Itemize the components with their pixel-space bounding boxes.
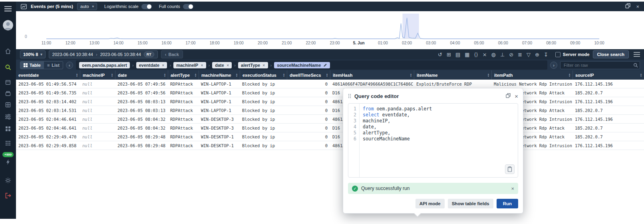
history-icon[interactable]: ↺ [438,52,442,57]
unlink-icon[interactable]: ⊘ [509,52,513,57]
download-icon[interactable]: ↧ [544,52,548,57]
column-header-alertType[interactable]: alertType▴▾ [168,70,199,80]
table-row[interactable]: 2023-06-05 01:49:56.735null2023-06-05 07… [16,88,644,97]
filter-chip-date[interactable]: date× [212,62,232,68]
search-icon[interactable] [0,62,16,72]
filter-chip-alertType[interactable]: alertType× [238,62,268,68]
table-row[interactable]: 2023-06-05 02:29:49.470null2023-06-05 08… [16,132,644,141]
copy-query-button[interactable] [505,164,515,174]
close-icon[interactable]: × [636,4,639,10]
column-header-date[interactable]: date▴▾ [115,70,168,80]
archive-icon[interactable] [0,89,16,98]
sort-icons[interactable]: ▴▾ [164,73,165,77]
sort-icons[interactable]: ▴▾ [76,73,78,77]
settings-gear-icon[interactable] [0,176,16,185]
close-search-button[interactable]: Close search [593,50,629,58]
column-header-eventdate[interactable]: eventdate▴▾ [16,70,80,80]
filter-chip-machineIP[interactable]: machineIP× [173,62,206,68]
x-tick: 18:00 [210,41,220,45]
column-header-itemHash[interactable]: itemHash▴▾ [330,70,414,80]
avatar[interactable] [3,20,13,30]
column-header-dwellTimeSecs[interactable]: dwellTimeSecs▴▾ [287,70,330,80]
scroll-left-button[interactable]: ‹ [66,62,73,69]
sort-icons[interactable]: ▴▾ [195,73,196,77]
menu-icon[interactable] [0,4,16,14]
search-icon[interactable] [633,63,638,68]
sort-icons[interactable]: ▴▾ [410,73,411,77]
query-code[interactable]: from oem.panda.paps.alertselect eventdat… [360,104,518,177]
drag-handle-icon[interactable] [348,94,351,98]
selected-filter-chip[interactable]: sourceMachineName [274,62,330,68]
filter-rows-icon[interactable]: ≣ [518,52,522,57]
table-row[interactable]: 2023-06-05 02:04:46.641null2023-06-05 08… [16,124,644,132]
api-mode-button[interactable]: API mode [415,199,445,208]
remove-filter-icon[interactable]: × [162,63,164,68]
remove-filter-icon[interactable]: × [201,63,203,68]
breadcrumb-table-chip[interactable]: oem.panda.paps.alert [79,62,130,68]
query-code-editor[interactable]: 123456 from oem.panda.paps.alertselect e… [348,103,518,178]
copy-icon[interactable]: ⊞ [447,52,451,57]
column-header-itemName[interactable]: itemName▴▾ [414,70,491,80]
inject-icon[interactable]: ⊥ [500,52,505,57]
run-button[interactable]: Run [497,199,518,208]
remove-filter-icon[interactable]: × [227,63,229,68]
code-icon[interactable]: ⟨⟩ [474,52,478,57]
table-view-button[interactable]: Table [20,62,44,69]
column-header-executionStatus[interactable]: executionStatus▴▾ [240,70,287,80]
back-button[interactable]: ‹ Back [161,50,183,58]
table-tools-icon[interactable]: ▦ [465,52,469,57]
sort-icons[interactable]: ▴▾ [283,73,284,77]
time-range[interactable]: 2023-06-04 10:38:44 › 2023-06-05 10:38:4… [49,50,158,58]
close-icon[interactable]: × [511,186,514,192]
log-scale-toggle[interactable] [141,4,152,9]
popout-icon[interactable] [625,3,630,10]
cut-icon[interactable]: ⨯ [483,52,487,57]
notes-icon[interactable]: ▤ [455,52,460,57]
sort-icons[interactable]: ▴▾ [236,73,237,77]
list-view-button[interactable]: ≡ List [44,62,63,69]
full-counts-toggle[interactable] [183,4,193,9]
add-filter-icon[interactable]: ⊕ [535,52,539,57]
grid-icon[interactable] [0,124,16,134]
zoom-select[interactable]: 100% 8 ▾ [20,50,46,58]
funnel-icon[interactable]: ▽ [527,52,531,57]
close-icon[interactable]: × [515,93,518,100]
table-row[interactable]: 2023-06-05 02:03:14.531null2023-06-05 08… [16,106,644,115]
sort-icons[interactable]: ▴▾ [569,73,570,77]
column-header-machineName[interactable]: machineName▴▾ [199,70,240,80]
table-row[interactable]: 2023-06-05 01:49:56.574null2023-06-05 07… [16,80,644,88]
table-row[interactable]: 2023-06-05 02:04:46.641null2023-06-05 08… [16,115,644,124]
server-mode-checkbox[interactable]: Server mode [555,52,590,57]
show-table-fields-button[interactable]: Show table fields [448,199,493,208]
packages-icon[interactable] [0,100,16,110]
chart-plot-area[interactable] [46,14,599,40]
column-header-machineIP[interactable]: machineIP▴▾ [80,70,115,80]
table-row[interactable]: 2023-06-05 02:29:49.858null2023-06-05 08… [16,141,644,150]
table-row[interactable]: 2023-06-05 02:03:14.402null2023-06-05 08… [16,97,644,106]
flash-icon[interactable] [0,157,16,167]
checkbox-icon[interactable] [555,52,561,57]
notifications-badge[interactable]: +999 [2,152,14,157]
apps-grid-icon[interactable] [0,138,16,148]
sort-icons[interactable]: ▴▾ [488,73,489,77]
realtime-badge[interactable]: RT [144,52,154,57]
column-header-itemPath[interactable]: itemPath▴▾ [491,70,572,80]
remove-filter-icon[interactable]: × [262,63,265,68]
sliders-icon[interactable] [0,112,16,122]
filter-chip-eventdate[interactable]: eventdate× [136,62,167,68]
scroll-right-button[interactable]: › [550,62,557,69]
edit-pencil-icon[interactable] [323,63,327,67]
logout-icon[interactable] [0,191,16,200]
popout-icon[interactable] [506,92,511,100]
toolbar-menu-icon[interactable] [634,51,640,58]
events-chart[interactable]: 0 11:0012:0013:0014:0015:0016:0017:0018:… [16,11,644,47]
home-icon[interactable] [0,46,16,56]
sort-icons[interactable]: ▴▾ [111,73,113,77]
mask-data-icon[interactable]: ◍ [491,52,496,57]
sort-icons[interactable]: ▴▾ [640,73,642,77]
data-box-icon[interactable] [0,78,16,87]
column-header-sourceIP[interactable]: sourceIP▴▾ [572,70,644,80]
filter-input[interactable] [560,61,640,69]
interval-select[interactable]: auto ▾ [77,3,97,10]
sort-icons[interactable]: ▴▾ [326,73,328,77]
